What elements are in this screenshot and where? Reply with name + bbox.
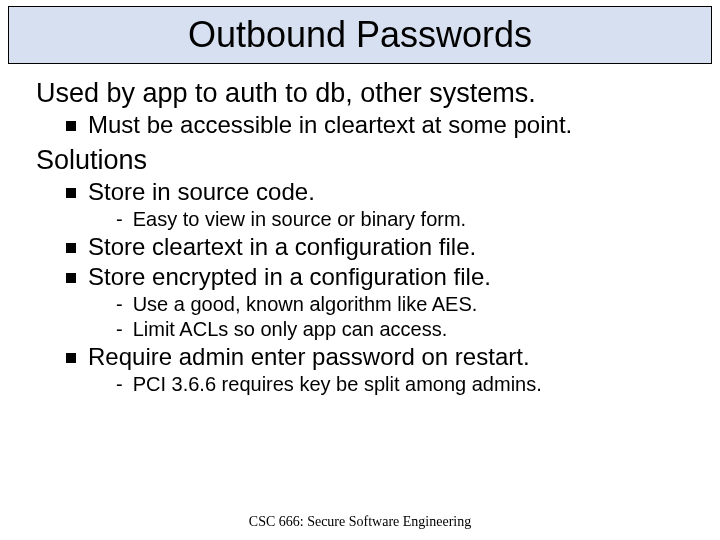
bullet-item: Must be accessible in cleartext at some … [66,111,720,139]
bullet-text: Easy to view in source or binary form. [133,208,466,231]
square-bullet-icon [66,243,76,253]
section-heading: Used by app to auth to db, other systems… [36,78,720,109]
square-bullet-icon [66,121,76,131]
dash-icon: - [116,293,123,316]
bullet-text: Limit ACLs so only app can access. [133,318,448,341]
square-bullet-icon [66,273,76,283]
square-bullet-icon [66,353,76,363]
sub-bullet-item: - PCI 3.6.6 requires key be split among … [116,373,720,396]
sub-bullet-item: - Limit ACLs so only app can access. [116,318,720,341]
bullet-item: Store cleartext in a configuration file. [66,233,720,261]
bullet-item: Store encrypted in a configuration file. [66,263,720,291]
slide-title: Outbound Passwords [188,14,532,56]
dash-icon: - [116,373,123,396]
bullet-text: Use a good, known algorithm like AES. [133,293,478,316]
bullet-item: Require admin enter password on restart. [66,343,720,371]
dash-icon: - [116,208,123,231]
slide-content: Used by app to auth to db, other systems… [0,64,720,396]
bullet-text: Store cleartext in a configuration file. [88,233,476,261]
bullet-text: Must be accessible in cleartext at some … [88,111,572,139]
title-banner: Outbound Passwords [8,6,712,64]
square-bullet-icon [66,188,76,198]
bullet-text: Store in source code. [88,178,315,206]
dash-icon: - [116,318,123,341]
sub-bullet-item: - Easy to view in source or binary form. [116,208,720,231]
bullet-text: Store encrypted in a configuration file. [88,263,491,291]
bullet-text: Require admin enter password on restart. [88,343,530,371]
bullet-item: Store in source code. [66,178,720,206]
bullet-text: PCI 3.6.6 requires key be split among ad… [133,373,542,396]
slide-footer: CSC 666: Secure Software Engineering [0,514,720,530]
sub-bullet-item: - Use a good, known algorithm like AES. [116,293,720,316]
section-heading: Solutions [36,145,720,176]
